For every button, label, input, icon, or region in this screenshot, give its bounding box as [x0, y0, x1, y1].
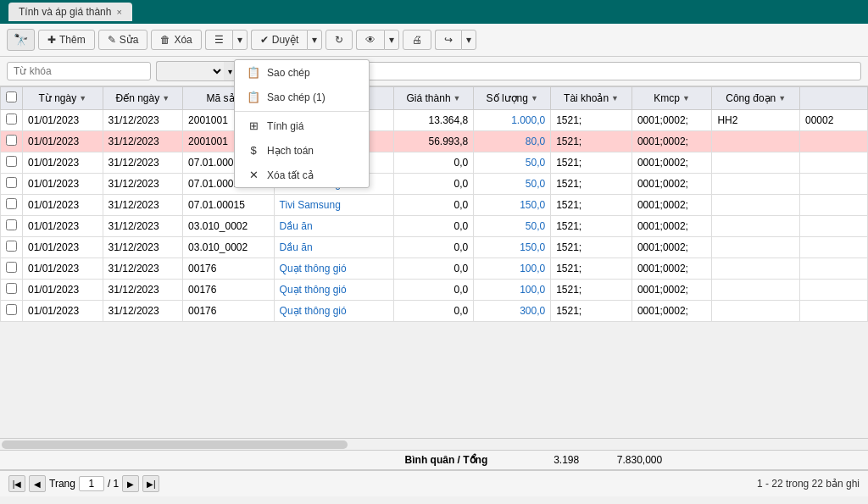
last-page-button[interactable]: ▶| — [142, 475, 159, 492]
row-checkbox-cell — [1, 152, 23, 174]
menu-dropdown-button[interactable]: ▾ — [232, 30, 248, 50]
row-gia-thanh: 0,0 — [393, 174, 473, 195]
row-cong-doan — [712, 280, 800, 301]
main-table: Từ ngày ▼ Đến ngày ▼ Mã sản ▼ — [0, 86, 868, 322]
menu-item-copy1[interactable]: 📋 Sao chép (1) — [235, 85, 369, 109]
tab-label: Tính và áp giá thành — [19, 6, 111, 18]
menu-item-clear_all[interactable]: ✕ Xóa tất cả — [235, 163, 369, 187]
select-all-checkbox[interactable] — [6, 91, 17, 102]
group-input[interactable] — [329, 62, 861, 80]
row-extra — [800, 174, 868, 195]
row-san-pham: Dầu ăn — [274, 216, 393, 237]
th-from-date[interactable]: Từ ngày ▼ — [23, 87, 103, 110]
summary-label: Bình quân / Tổng — [405, 454, 505, 466]
row-ma-san: 03.010_0002 — [183, 237, 275, 258]
keyword-input[interactable] — [7, 62, 151, 80]
table-row[interactable]: 01/01/2023 31/12/2023 2001001 13.364,8 1… — [1, 110, 868, 131]
row-checkbox[interactable] — [6, 198, 17, 209]
row-tai-khoan: 1521; — [551, 195, 632, 216]
close-tab-button[interactable]: × — [116, 7, 121, 17]
row-from-date: 01/01/2023 — [23, 280, 103, 301]
menu-item-label: Hạch toán — [267, 145, 314, 157]
add-button[interactable]: ✚ Thêm — [38, 30, 95, 50]
th-checkbox — [1, 87, 23, 110]
table-row[interactable]: 01/01/2023 31/12/2023 2001001 hocochoco … — [1, 131, 868, 152]
page-label: Trang — [49, 478, 75, 490]
menu-item-calc_price[interactable]: ⊞ Tính giá — [235, 114, 369, 138]
approve-main-button[interactable]: ✔ Duyệt — [251, 30, 308, 50]
share-dropdown-button[interactable]: ▾ — [461, 30, 476, 50]
row-checkbox[interactable] — [6, 262, 17, 273]
so-luong-filter-icon: ▼ — [531, 94, 538, 102]
th-to-date[interactable]: Đến ngày ▼ — [103, 87, 183, 110]
edit-button[interactable]: ✎ Sửa — [98, 30, 148, 50]
table-header-row: Từ ngày ▼ Đến ngày ▼ Mã sản ▼ — [1, 87, 868, 110]
row-checkbox[interactable] — [6, 283, 17, 294]
row-checkbox[interactable] — [6, 114, 17, 125]
th-kmcp[interactable]: Kmcp ▼ — [632, 87, 712, 110]
row-cong-doan — [712, 195, 800, 216]
th-tai-khoan[interactable]: Tài khoản ▼ — [551, 87, 632, 110]
print-button[interactable]: 🖨 — [403, 30, 431, 50]
row-checkbox[interactable] — [6, 177, 17, 188]
th-so-luong[interactable]: Số lượng ▼ — [474, 87, 551, 110]
from-date-combo: ▾ — [156, 61, 237, 81]
pagination-bar: |◀ ◀ Trang / 1 ▶ ▶| 1 - 22 trong 22 bản … — [0, 470, 868, 496]
table-row[interactable]: 01/01/2023 31/12/2023 07.01.00015 Tivi S… — [1, 174, 868, 195]
table-row[interactable]: 01/01/2023 31/12/2023 07.01.00015 Tivi S… — [1, 195, 868, 216]
row-checkbox[interactable] — [6, 135, 17, 146]
row-checkbox[interactable] — [6, 219, 17, 230]
menu-item-copy[interactable]: 📋 Sao chép — [235, 60, 369, 85]
first-page-button[interactable]: |◀ — [8, 475, 25, 492]
hscroll-thumb[interactable] — [2, 440, 348, 449]
row-extra: 00002 — [800, 110, 868, 131]
check-circle-icon: ✔ — [260, 34, 269, 46]
th-gia-thanh[interactable]: Giá thành ▼ — [393, 87, 473, 110]
row-to-date: 31/12/2023 — [103, 237, 183, 258]
table-row[interactable]: 01/01/2023 31/12/2023 03.010_0002 Dầu ăn… — [1, 237, 868, 258]
menu-main-button[interactable]: ☰ — [205, 30, 232, 50]
row-from-date: 01/01/2023 — [23, 110, 103, 131]
menu-item-accounting[interactable]: $ Hạch toán — [235, 138, 369, 163]
next-page-button[interactable]: ▶ — [122, 475, 139, 492]
table-row[interactable]: 01/01/2023 31/12/2023 00176 Quạt thông g… — [1, 280, 868, 301]
row-checkbox-cell — [1, 216, 23, 237]
horizontal-scrollbar[interactable] — [0, 438, 868, 450]
row-tai-khoan: 1521; — [551, 216, 632, 237]
refresh-button[interactable]: ↻ — [326, 30, 353, 50]
row-cong-doan — [712, 131, 800, 152]
delete-button[interactable]: 🗑 Xóa — [151, 30, 201, 50]
row-checkbox[interactable] — [6, 156, 17, 167]
from-date-filter-icon: ▼ — [79, 94, 86, 102]
row-cong-doan: HH2 — [712, 110, 800, 131]
view-main-button[interactable]: 👁 — [356, 30, 384, 50]
calc_price-icon: ⊞ — [247, 119, 260, 132]
search-icon-button[interactable]: 🔭 — [7, 29, 35, 51]
row-checkbox[interactable] — [6, 241, 17, 252]
dropdown-menu: 📋 Sao chép 📋 Sao chép (1) ⊞ Tính giá $ H… — [234, 59, 370, 188]
row-gia-thanh: 0,0 — [393, 216, 473, 237]
row-gia-thanh: 13.364,8 — [393, 110, 473, 131]
menu-button-group: ☰ ▾ — [205, 30, 248, 50]
approve-dropdown-button[interactable]: ▾ — [307, 30, 322, 50]
th-cong-doan[interactable]: Công đoạn ▼ — [712, 87, 800, 110]
table-row[interactable]: 01/01/2023 31/12/2023 00176 Quạt thông g… — [1, 258, 868, 280]
title-bar: Tính và áp giá thành × — [0, 0, 868, 24]
row-from-date: 01/01/2023 — [23, 152, 103, 174]
row-extra — [800, 131, 868, 152]
view-dropdown-button[interactable]: ▾ — [384, 30, 399, 50]
row-to-date: 31/12/2023 — [103, 258, 183, 280]
row-checkbox-cell — [1, 280, 23, 301]
table-row[interactable]: 01/01/2023 31/12/2023 00176 Quạt thông g… — [1, 301, 868, 322]
row-san-pham: Quạt thông gió — [274, 301, 393, 322]
row-checkbox[interactable] — [6, 304, 17, 315]
app-tab[interactable]: Tính và áp giá thành × — [8, 3, 132, 21]
row-from-date: 01/01/2023 — [23, 216, 103, 237]
from-date-select[interactable] — [156, 61, 224, 81]
prev-page-button[interactable]: ◀ — [29, 475, 46, 492]
table-row[interactable]: 01/01/2023 31/12/2023 07.01.00015 Tivi S… — [1, 152, 868, 174]
share-main-button[interactable]: ↪ — [435, 30, 461, 50]
table-row[interactable]: 01/01/2023 31/12/2023 03.010_0002 Dầu ăn… — [1, 216, 868, 237]
row-kmcp: 0001;0002; — [632, 131, 712, 152]
page-input[interactable] — [79, 476, 104, 491]
